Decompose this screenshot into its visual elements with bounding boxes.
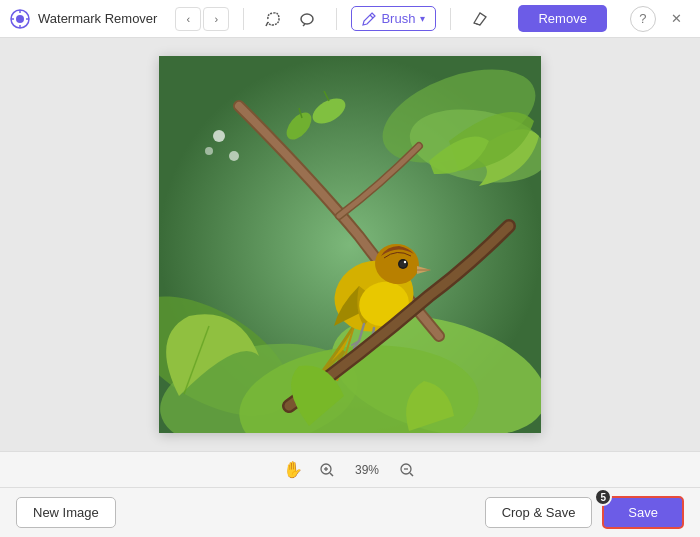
lasso-tool-button[interactable] bbox=[258, 5, 288, 33]
svg-point-16 bbox=[205, 147, 213, 155]
footer-right: Crop & Save 5 Save bbox=[485, 496, 684, 529]
svg-line-7 bbox=[370, 15, 373, 18]
save-button-wrapper: 5 Save bbox=[602, 496, 684, 529]
brush-label: Brush bbox=[381, 11, 415, 26]
svg-point-15 bbox=[213, 130, 225, 142]
zoom-level: 39% bbox=[349, 463, 385, 477]
title-left: Watermark Remover ‹ › bbox=[10, 5, 495, 33]
lasso2-tool-button[interactable] bbox=[292, 5, 322, 33]
eraser-icon bbox=[472, 11, 488, 27]
footer: New Image Crop & Save 5 Save bbox=[0, 487, 700, 537]
app-logo bbox=[10, 9, 30, 29]
zoom-in-icon bbox=[320, 463, 334, 477]
eraser-tool-button[interactable] bbox=[465, 5, 495, 33]
canvas-area bbox=[0, 38, 700, 451]
svg-point-6 bbox=[301, 14, 313, 24]
svg-point-25 bbox=[404, 261, 406, 263]
brush-tool-button[interactable]: Brush ▾ bbox=[351, 6, 436, 31]
svg-line-36 bbox=[410, 473, 413, 476]
close-button[interactable]: ✕ bbox=[664, 6, 690, 32]
zoom-out-icon bbox=[400, 463, 414, 477]
svg-point-1 bbox=[16, 15, 24, 23]
app-title: Watermark Remover bbox=[38, 11, 157, 26]
zoom-in-button[interactable] bbox=[315, 458, 339, 482]
pan-icon: ✋ bbox=[283, 460, 303, 479]
separator-3 bbox=[450, 8, 451, 30]
image-container bbox=[159, 56, 541, 433]
nav-buttons: ‹ › bbox=[175, 7, 229, 31]
help-button[interactable]: ? bbox=[630, 6, 656, 32]
svg-line-32 bbox=[330, 473, 333, 476]
separator-1 bbox=[243, 8, 244, 30]
polygon-lasso-icon bbox=[299, 11, 315, 27]
brush-icon bbox=[362, 12, 376, 26]
title-bar: Watermark Remover ‹ › bbox=[0, 0, 700, 38]
svg-point-17 bbox=[229, 151, 239, 161]
pan-tool-button[interactable]: ✋ bbox=[281, 458, 305, 482]
crop-save-button[interactable]: Crop & Save bbox=[485, 497, 593, 528]
remove-button[interactable]: Remove bbox=[518, 5, 606, 32]
zoom-bar: ✋ 39% bbox=[0, 451, 700, 487]
nav-forward-button[interactable]: › bbox=[203, 7, 229, 31]
brush-dropdown-icon: ▾ bbox=[420, 13, 425, 24]
lasso-icon bbox=[265, 11, 281, 27]
title-right: ? ✕ bbox=[630, 6, 690, 32]
save-button[interactable]: Save bbox=[602, 496, 684, 529]
nav-back-button[interactable]: ‹ bbox=[175, 7, 201, 31]
new-image-button[interactable]: New Image bbox=[16, 497, 116, 528]
bird-image bbox=[159, 56, 541, 433]
separator-2 bbox=[336, 8, 337, 30]
toolbar-tools bbox=[258, 5, 322, 33]
zoom-out-button[interactable] bbox=[395, 458, 419, 482]
